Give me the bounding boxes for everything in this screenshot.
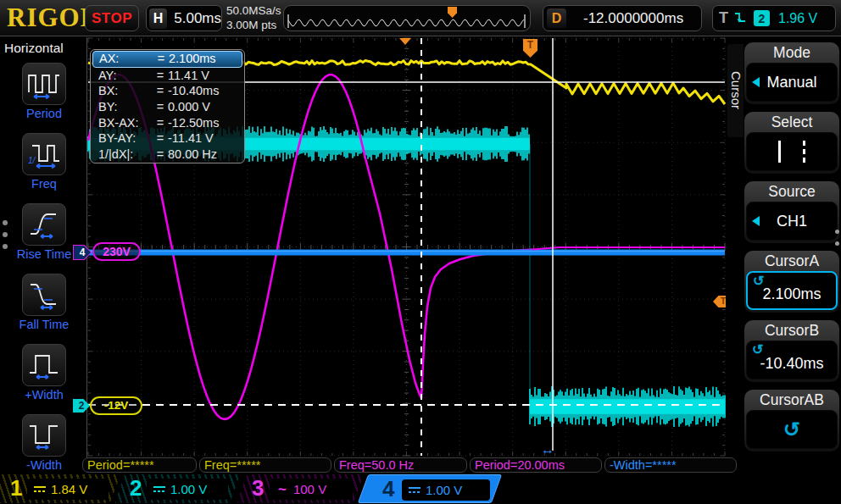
readout-row: BY-AY:=-11.41 V: [91, 130, 244, 147]
group-cursor-ab: CursorAB ↺: [744, 390, 839, 451]
mode-button[interactable]: Manual: [746, 63, 838, 102]
channel-2-scale-box: 1.00 V: [147, 479, 228, 500]
rotate-knob-icon: ↺: [783, 418, 800, 441]
sweep-center-marker-icon[interactable]: [399, 38, 411, 45]
readout-row: BX:=-10.40ms: [91, 83, 244, 99]
dc-coupling-icon: [34, 486, 46, 492]
readout-row: BY:=0.000 V: [91, 99, 244, 115]
source-button[interactable]: CH1: [746, 202, 838, 241]
rotate-knob-icon: ↺: [752, 341, 763, 357]
dc-coupling-icon: [153, 486, 165, 492]
channel-1-cell[interactable]: 1 1.84 V: [0, 474, 120, 503]
channel-2-scale: 1.00 V: [170, 482, 207, 496]
cursor-a-label: CursorA: [746, 252, 838, 271]
measurement-slot-2[interactable]: Freq=*****: [199, 457, 331, 473]
channel-status-bar: 1 1.84 V 2 1.00 V: [0, 474, 841, 504]
source-label: Source: [746, 182, 838, 202]
cursor-b-label: CursorB: [746, 321, 838, 341]
group-source: Source CH1: [744, 181, 839, 243]
channel-4-scale-box: 1.00 V: [402, 479, 490, 501]
cursor-ab-button[interactable]: ↺: [746, 410, 838, 449]
group-select: Select: [744, 112, 839, 174]
select-button[interactable]: [746, 132, 838, 171]
ac-coupling-icon: ~: [278, 481, 287, 498]
readout-row: 1/|dX|:=80.00 Hz: [91, 147, 244, 163]
cursor-ab-label: CursorAB: [746, 390, 838, 410]
ch1-user-label[interactable]: -12V: [90, 396, 142, 415]
channel-1-number: 1: [10, 475, 22, 501]
group-cursor-b: CursorB ↺ -10.40ms: [744, 320, 839, 382]
menu-page-dots: [835, 222, 839, 253]
group-cursor-a: CursorA ↺ 2.100ms: [744, 251, 839, 313]
cursor-a-line-icon: [778, 141, 781, 163]
left-arrow-icon: [752, 77, 760, 87]
cursor-readout-panel: AX:=2.100ms AY:=11.41 V BX:=-10.40ms BY:…: [90, 49, 245, 163]
source-value: CH1: [777, 213, 807, 230]
readout-row: AX:=2.100ms: [92, 51, 242, 68]
channel-3-scale: 100 V: [293, 482, 326, 496]
channel-2-number: 2: [130, 475, 142, 501]
cursor-b-button[interactable]: ↺ -10.40ms: [746, 341, 838, 379]
cursor-a-value: 2.100ms: [762, 285, 821, 303]
horizontal-expand-icon: ↔: [541, 442, 554, 457]
select-label: Select: [746, 113, 838, 132]
right-soft-menu: Cursor Mode Manual Select Source CH1 C: [726, 37, 841, 473]
channel-1-scale-box: 1.84 V: [27, 479, 109, 500]
menu-tab-cursor: Cursor: [727, 44, 744, 137]
group-mode: Mode Manual: [744, 42, 839, 104]
oscilloscope-screen: RIGOL STOP H 5.00ms 50.0MSa/s 3.00M pts …: [0, 0, 841, 504]
channel-1-scale: 1.84 V: [51, 482, 87, 496]
channel-4-number: 4: [382, 476, 394, 502]
ch3-user-label[interactable]: 230V: [92, 242, 141, 261]
cursor-b-line-icon: [803, 141, 805, 163]
readout-row: AY:=11.41 V: [91, 68, 244, 84]
left-arrow-icon: [752, 216, 760, 226]
channel-4-scale: 1.00 V: [426, 483, 462, 497]
channel-3-number: 3: [252, 475, 264, 501]
mode-value: Manual: [766, 74, 816, 91]
measurement-slot-1[interactable]: Period=*****: [82, 457, 197, 473]
mode-label: Mode: [746, 43, 838, 63]
cursor-b-value: -10.40ms: [760, 355, 823, 373]
cursor-a-button[interactable]: ↺ 2.100ms: [746, 271, 838, 310]
measurement-slot-3[interactable]: Freq=50.0 Hz: [334, 457, 467, 473]
channel-3-cell[interactable]: 3 ~ 100 V: [237, 474, 364, 503]
measurement-slot-4[interactable]: Period=20.00ms: [470, 457, 602, 473]
readout-row: BX-AX:=-12.50ms: [91, 115, 244, 131]
channel-4-cell[interactable]: 4 1.00 V: [358, 474, 502, 503]
rotate-knob-icon: ↺: [753, 273, 764, 289]
channel-2-cell[interactable]: 2 1.00 V: [114, 474, 240, 503]
channel-3-scale-box: ~ 100 V: [270, 479, 353, 500]
dc-coupling-icon: [409, 487, 420, 493]
measurement-slot-5[interactable]: -Width=*****: [604, 457, 737, 473]
